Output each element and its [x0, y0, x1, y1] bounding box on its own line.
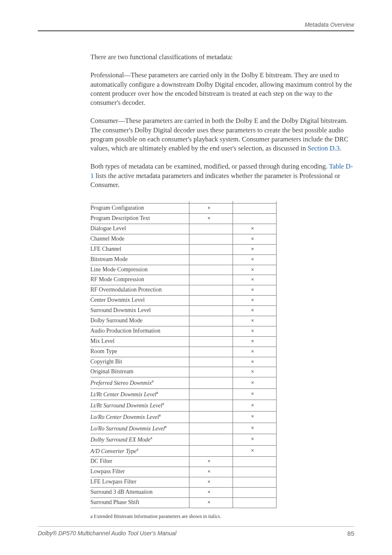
pro-cell — [189, 336, 233, 347]
con-cell: × — [233, 445, 277, 457]
running-header: Metadata Overview — [38, 21, 354, 28]
pro-cell — [189, 367, 233, 377]
param-name: DC Filter — [90, 457, 189, 467]
page: Metadata Overview There are two function… — [0, 0, 392, 555]
table-row: Surround Phase Shift× — [90, 497, 277, 508]
table-row: Surround 3 dB Attenuation× — [90, 487, 277, 497]
page-footer: Dolby® DP570 Multichannel Audio Tool Use… — [38, 526, 354, 537]
table-row: LFE Lowpass Filter× — [90, 477, 277, 487]
con-cell: × — [233, 400, 277, 412]
con-cell — [233, 497, 277, 508]
pro-cell — [189, 254, 233, 265]
con-cell: × — [233, 224, 277, 234]
con-cell: × — [233, 357, 277, 367]
con-cell — [233, 467, 277, 477]
table-intro-a: Both types of metadata can be examined, … — [90, 162, 329, 170]
con-cell — [233, 487, 277, 497]
param-name: Channel Mode — [90, 234, 189, 244]
param-name: Lo/Ro Center Downmix Levela — [90, 411, 189, 423]
pro-cell — [189, 400, 233, 412]
con-cell — [233, 214, 277, 224]
pro-cell: × — [189, 467, 233, 477]
page-number: 85 — [347, 530, 354, 537]
table-footnote: a Extended Bitstream Information paramet… — [90, 513, 354, 520]
section-link[interactable]: Section D.3 — [308, 144, 340, 152]
con-cell: × — [233, 296, 277, 306]
consumer-tail: . — [339, 144, 341, 152]
pro-cell: × — [189, 497, 233, 508]
pro-cell — [189, 265, 233, 275]
param-name: Bitstream Mode — [90, 254, 189, 265]
table-row: Lt/Rt Surround Downmix Levela× — [90, 400, 277, 412]
param-name: Audio Production Information — [90, 326, 189, 336]
table-row: Lt/Rt Center Downmix Levela× — [90, 388, 277, 400]
consumer-paragraph: Consumer—These parameters are carried in… — [90, 116, 354, 153]
param-name: Mix Level — [90, 336, 189, 347]
pro-cell — [189, 445, 233, 457]
table-intro-paragraph: Both types of metadata can be examined, … — [90, 162, 354, 190]
con-cell: × — [233, 434, 277, 446]
pro-cell: × — [189, 214, 233, 224]
table-intro-b: lists the active metadata parameters and… — [90, 172, 340, 189]
pro-cell — [189, 306, 233, 316]
param-name: Lo/Ro Surround Downmix Levela — [90, 423, 189, 434]
table-row: Lo/Ro Surround Downmix Levela× — [90, 423, 277, 434]
header-rule — [38, 30, 354, 31]
con-cell: × — [233, 265, 277, 275]
pro-cell — [189, 316, 233, 326]
param-name: LFE Lowpass Filter — [90, 477, 189, 487]
intro-paragraph: There are two functional classifications… — [90, 53, 354, 62]
table-row: LFE Channel× — [90, 244, 277, 254]
table-row: DC Filter× — [90, 457, 277, 467]
con-cell: × — [233, 285, 277, 296]
professional-paragraph: Professional—These parameters are carrie… — [90, 71, 354, 107]
metadata-table: Program Configuration×Program Descriptio… — [90, 201, 277, 508]
table-row: Dolby Surround Mode× — [90, 316, 277, 326]
pro-cell — [189, 296, 233, 306]
table-row: Bitstream Mode× — [90, 254, 277, 265]
con-cell: × — [233, 423, 277, 434]
con-cell: × — [233, 336, 277, 347]
pro-cell — [189, 357, 233, 367]
table-row: Lowpass Filter× — [90, 467, 277, 477]
con-cell: × — [233, 377, 277, 389]
param-name: Lowpass Filter — [90, 467, 189, 477]
param-name: Copyright Bit — [90, 357, 189, 367]
param-name: Program Description Text — [90, 214, 189, 224]
param-name: RF Mode Compression — [90, 275, 189, 285]
pro-cell — [189, 434, 233, 446]
table-row: Program Configuration× — [90, 204, 277, 214]
con-cell: × — [233, 316, 277, 326]
con-cell — [233, 204, 277, 214]
param-name: Center Downmix Level — [90, 296, 189, 306]
con-cell: × — [233, 388, 277, 400]
footer-title: Dolby® DP570 Multichannel Audio Tool Use… — [38, 530, 176, 536]
table-row: RF Overmodulation Protection× — [90, 285, 277, 296]
pro-cell — [189, 234, 233, 244]
con-cell — [233, 457, 277, 467]
table-row: Original Bitstream× — [90, 367, 277, 377]
param-name: Original Bitstream — [90, 367, 189, 377]
param-name: Line Mode Compression — [90, 265, 189, 275]
param-name: Preferred Stereo Downmixa — [90, 377, 189, 389]
table-row: Dialogue Level× — [90, 224, 277, 234]
pro-cell — [189, 411, 233, 423]
param-name: Lt/Rt Surround Downmix Levela — [90, 400, 189, 412]
param-name: Surround 3 dB Attenuation — [90, 487, 189, 497]
table-row: Surround Downmix Level× — [90, 306, 277, 316]
con-cell: × — [233, 411, 277, 423]
table-row: Room Type× — [90, 347, 277, 357]
table-row: Channel Mode× — [90, 234, 277, 244]
table-body: Program Configuration×Program Descriptio… — [90, 201, 277, 508]
param-name: Surround Phase Shift — [90, 497, 189, 508]
pro-cell: × — [189, 477, 233, 487]
pro-cell — [189, 326, 233, 336]
param-name: Room Type — [90, 347, 189, 357]
table-row: Dolby Surround EX Modea× — [90, 434, 277, 446]
body-content: There are two functional classifications… — [90, 53, 354, 520]
pro-cell — [189, 377, 233, 389]
table-row: Audio Production Information× — [90, 326, 277, 336]
pro-cell — [189, 423, 233, 434]
table-row: Copyright Bit× — [90, 357, 277, 367]
pro-cell: × — [189, 487, 233, 497]
